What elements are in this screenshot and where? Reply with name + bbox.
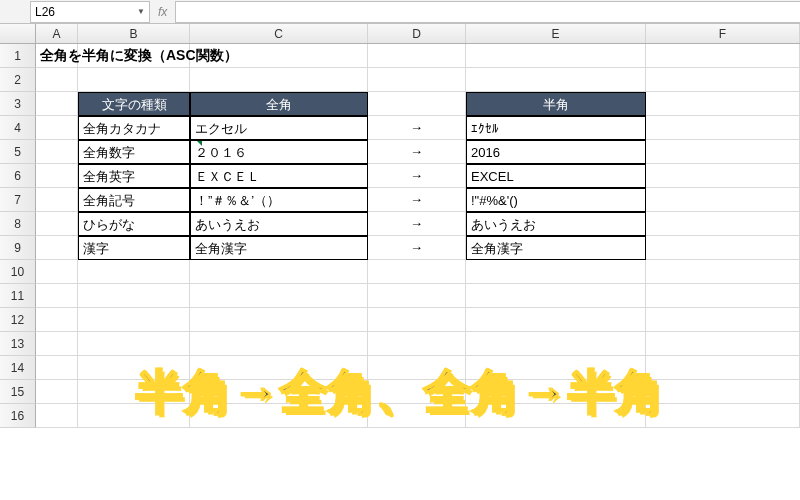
row-header[interactable]: 9 — [0, 236, 36, 260]
cell[interactable] — [646, 260, 800, 284]
table-cell-type[interactable]: 全角英字 — [78, 164, 190, 188]
arrow-cell[interactable]: → — [368, 212, 466, 236]
col-header-D[interactable]: D — [368, 24, 466, 43]
cell[interactable] — [190, 284, 368, 308]
cell-F6[interactable] — [646, 164, 800, 188]
cell-A7[interactable] — [36, 188, 78, 212]
cell[interactable] — [466, 260, 646, 284]
cell[interactable] — [36, 260, 78, 284]
arrow-cell[interactable]: → — [368, 116, 466, 140]
table-cell-full[interactable]: エクセル — [190, 116, 368, 140]
row-header[interactable]: 7 — [0, 188, 36, 212]
cell[interactable] — [646, 284, 800, 308]
cell[interactable] — [466, 332, 646, 356]
cell[interactable] — [36, 332, 78, 356]
cell-F8[interactable] — [646, 212, 800, 236]
cell-F3[interactable] — [646, 92, 800, 116]
row-header[interactable]: 5 — [0, 140, 36, 164]
cell[interactable] — [190, 308, 368, 332]
cell[interactable] — [368, 332, 466, 356]
col-header-E[interactable]: E — [466, 24, 646, 43]
cell-A4[interactable] — [36, 116, 78, 140]
table-cell-half[interactable]: !"#%&'() — [466, 188, 646, 212]
table-cell-half[interactable]: EXCEL — [466, 164, 646, 188]
formula-input[interactable] — [175, 1, 800, 23]
cell-F4[interactable] — [646, 116, 800, 140]
cell-A8[interactable] — [36, 212, 78, 236]
col-header-B[interactable]: B — [78, 24, 190, 43]
cell[interactable] — [78, 260, 190, 284]
table-cell-full[interactable]: 全角漢字 — [190, 236, 368, 260]
cell[interactable] — [466, 308, 646, 332]
cell-F9[interactable] — [646, 236, 800, 260]
row-header[interactable]: 10 — [0, 260, 36, 284]
cell[interactable] — [646, 332, 800, 356]
cell[interactable] — [368, 284, 466, 308]
row-header[interactable]: 3 — [0, 92, 36, 116]
col-header-C[interactable]: C — [190, 24, 368, 43]
arrow-cell[interactable]: → — [368, 236, 466, 260]
table-header-type[interactable]: 文字の種類 — [78, 92, 190, 116]
cell-D2[interactable] — [368, 68, 466, 92]
row-header[interactable]: 2 — [0, 68, 36, 92]
cell-F5[interactable] — [646, 140, 800, 164]
cell[interactable] — [190, 332, 368, 356]
row-header[interactable]: 8 — [0, 212, 36, 236]
cell[interactable] — [368, 260, 466, 284]
table-cell-half[interactable]: 全角漢字 — [466, 236, 646, 260]
table-cell-half[interactable]: あいうえお — [466, 212, 646, 236]
cell-F7[interactable] — [646, 188, 800, 212]
cell[interactable] — [78, 308, 190, 332]
table-header-halfwidth[interactable]: 半角 — [466, 92, 646, 116]
table-cell-type[interactable]: 全角記号 — [78, 188, 190, 212]
cell[interactable] — [368, 308, 466, 332]
cell[interactable] — [466, 284, 646, 308]
cell-B2[interactable] — [78, 68, 190, 92]
cell-A1[interactable]: 全角を半角に変換（ASC関数） — [36, 44, 78, 68]
row-header[interactable]: 11 — [0, 284, 36, 308]
cell-F2[interactable] — [646, 68, 800, 92]
table-cell-full[interactable]: あいうえお — [190, 212, 368, 236]
arrow-cell[interactable]: → — [368, 140, 466, 164]
arrow-cell[interactable]: → — [368, 188, 466, 212]
table-cell-type[interactable]: ひらがな — [78, 212, 190, 236]
row-header[interactable]: 12 — [0, 308, 36, 332]
table-cell-type[interactable]: 漢字 — [78, 236, 190, 260]
table-cell-full[interactable]: ！”＃％＆’（） — [190, 188, 368, 212]
table-cell-type[interactable]: 全角数字 — [78, 140, 190, 164]
table-cell-type[interactable]: 全角カタカナ — [78, 116, 190, 140]
table-cell-half[interactable]: 2016 — [466, 140, 646, 164]
cell-E2[interactable] — [466, 68, 646, 92]
cell-A3[interactable] — [36, 92, 78, 116]
row-header[interactable]: 6 — [0, 164, 36, 188]
table-cell-half[interactable]: ｴｸｾﾙ — [466, 116, 646, 140]
col-header-A[interactable]: A — [36, 24, 78, 43]
cell-A5[interactable] — [36, 140, 78, 164]
arrow-cell[interactable]: → — [368, 164, 466, 188]
cell-E1[interactable] — [466, 44, 646, 68]
cell[interactable] — [78, 332, 190, 356]
row-header[interactable]: 13 — [0, 332, 36, 356]
cell-A9[interactable] — [36, 236, 78, 260]
cell-D3[interactable] — [368, 92, 466, 116]
cell[interactable] — [190, 260, 368, 284]
cell[interactable] — [36, 308, 78, 332]
cell-A2[interactable] — [36, 68, 78, 92]
cell-D1[interactable] — [368, 44, 466, 68]
cell-C2[interactable] — [190, 68, 368, 92]
table-header-fullwidth[interactable]: 全角 — [190, 92, 368, 116]
cell[interactable] — [78, 284, 190, 308]
chevron-down-icon[interactable]: ▼ — [137, 7, 145, 16]
cell[interactable] — [646, 308, 800, 332]
table-cell-full[interactable]: ２０１６ — [190, 140, 368, 164]
row-header[interactable]: 1 — [0, 44, 36, 68]
table-cell-full[interactable]: ＥＸＣＥＬ — [190, 164, 368, 188]
cell-F1[interactable] — [646, 44, 800, 68]
col-header-F[interactable]: F — [646, 24, 800, 43]
row-header[interactable]: 4 — [0, 116, 36, 140]
fx-icon[interactable]: fx — [158, 5, 167, 19]
cell-A6[interactable] — [36, 164, 78, 188]
name-box[interactable]: L26 ▼ — [30, 1, 150, 23]
select-all-corner[interactable] — [0, 24, 36, 43]
cell[interactable] — [36, 284, 78, 308]
